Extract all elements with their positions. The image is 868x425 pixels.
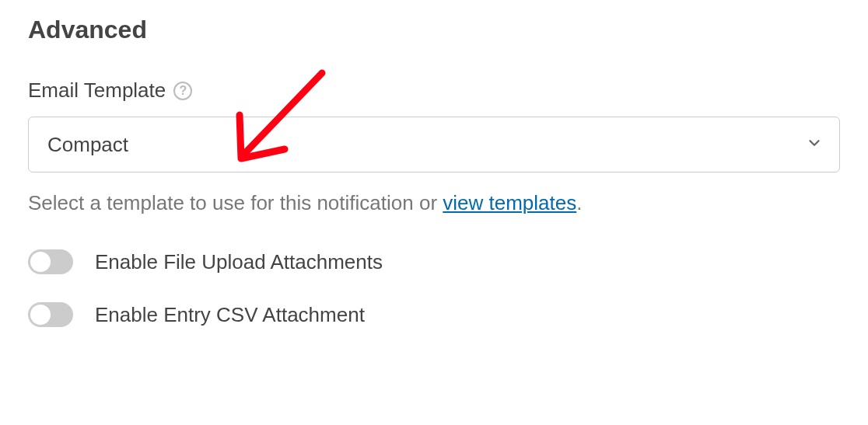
help-icon[interactable]: ? (173, 82, 192, 100)
email-template-label-row: Email Template ? (28, 78, 840, 103)
email-template-select-wrap: Compact (28, 117, 840, 172)
file-upload-toggle-label: Enable File Upload Attachments (95, 250, 383, 274)
email-template-label: Email Template (28, 78, 166, 103)
helper-suffix: . (576, 191, 582, 214)
toggle-row-file-upload: Enable File Upload Attachments (28, 249, 840, 274)
file-upload-toggle[interactable] (28, 249, 73, 274)
toggle-knob (30, 305, 51, 325)
email-template-selected-value: Compact (47, 133, 128, 156)
toggle-knob (30, 252, 51, 272)
entry-csv-toggle-label: Enable Entry CSV Attachment (95, 303, 365, 327)
toggle-row-entry-csv: Enable Entry CSV Attachment (28, 302, 840, 327)
email-template-helper: Select a template to use for this notifi… (28, 191, 840, 215)
entry-csv-toggle[interactable] (28, 302, 73, 327)
view-templates-link[interactable]: view templates (443, 191, 576, 214)
helper-prefix: Select a template to use for this notifi… (28, 191, 443, 214)
email-template-select[interactable]: Compact (28, 117, 840, 172)
section-heading: Advanced (28, 16, 840, 44)
